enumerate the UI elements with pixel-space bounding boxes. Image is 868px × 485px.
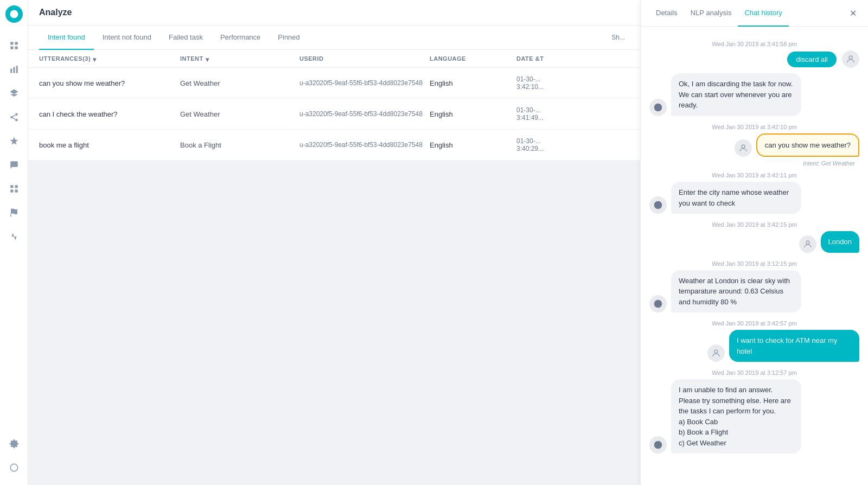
svg-rect-3 (10, 47, 13, 49)
user-avatar-3 (799, 235, 816, 253)
sidebar-item-share[interactable] (4, 107, 24, 127)
sidebar-item-star[interactable] (4, 131, 24, 151)
col-header-userid: USERID (299, 55, 430, 62)
bot-avatar-2 (649, 196, 667, 214)
svg-point-34 (714, 350, 718, 353)
show-button[interactable]: Sh... (607, 31, 629, 43)
tab-performance[interactable]: Performance (212, 25, 269, 50)
svg-point-10 (10, 116, 13, 119)
svg-point-30 (806, 241, 809, 244)
panel-tab-nlp[interactable]: NLP analysis (684, 0, 738, 27)
col-header-utterances[interactable]: UTTERANCES(3) (39, 55, 180, 62)
cell-date-2: 01-30-...3:41:49... (516, 106, 629, 122)
cell-language-2: English (430, 110, 516, 118)
cell-userid-1: u-a32020f5-9eaf-55f6-bf53-4dd8023e7548 (299, 79, 430, 87)
message-row-bot-2: Enter the city name whose weather you wa… (649, 182, 859, 214)
message-row-user-2: London (649, 231, 859, 253)
user-avatar (842, 50, 859, 68)
cell-userid-3: u-a32020f5-9eaf-55f6-bf53-4dd8023e7548 (299, 141, 430, 149)
cell-utterance-3: book me a flight (39, 141, 180, 149)
chat-timestamp-7: Wed Jan 30 2019 at 3:12:57 pm (649, 369, 859, 376)
table-row[interactable]: can I check the weather? Get Weather u-a… (28, 99, 640, 130)
utterances-sort-icon[interactable] (93, 56, 98, 61)
svg-rect-15 (10, 185, 13, 188)
table-container: UTTERANCES(3) INTENT USERID LANGUAGE DAT… (28, 50, 640, 485)
tab-pinned[interactable]: Pinned (269, 25, 308, 50)
chat-timestamp-1: Wed Jan 30 2019 at 3:41:58 pm (649, 41, 859, 47)
sidebar-item-settings[interactable] (4, 434, 24, 454)
svg-point-29 (659, 203, 660, 205)
app-logo[interactable] (5, 5, 23, 23)
right-panel: Details NLP analysis Chat history ✕ Wed … (640, 0, 868, 485)
table-row[interactable]: can you show me weather? Get Weather u-a… (28, 68, 640, 99)
svg-point-28 (656, 203, 658, 205)
svg-rect-5 (10, 69, 12, 73)
sidebar-item-circle[interactable] (4, 458, 24, 477)
svg-point-21 (10, 464, 18, 471)
tabs-bar: Intent found Intent not found Failed tas… (28, 25, 640, 50)
intent-sort-icon[interactable] (206, 56, 211, 61)
sidebar-item-analytics[interactable] (4, 227, 24, 246)
bot-bubble-2: Enter the city name whose weather you wa… (671, 182, 801, 214)
user-bubble-2: London (821, 231, 859, 253)
bot-bubble-3: Weather at London is clear sky with temp… (671, 270, 801, 313)
svg-line-13 (12, 115, 15, 117)
sidebar-item-chart[interactable] (4, 60, 24, 79)
col-header-date: DATE &T (516, 55, 629, 62)
sidebar (0, 0, 28, 485)
page-title: Analyze (39, 8, 72, 17)
panel-tab-details[interactable]: Details (649, 0, 684, 27)
table-wrapper: UTTERANCES(3) INTENT USERID LANGUAGE DAT… (28, 50, 640, 161)
sidebar-item-flag[interactable] (4, 203, 24, 222)
cell-language-1: English (430, 79, 516, 87)
col-header-intent[interactable]: INTENT (180, 55, 299, 62)
tab-failed-task[interactable]: Failed task (160, 25, 212, 50)
svg-rect-2 (15, 42, 17, 44)
svg-point-25 (659, 106, 660, 107)
cell-intent-1: Get Weather (180, 79, 299, 87)
intent-label-1: Intent: Get Weather (649, 160, 855, 167)
chat-timestamp-4: Wed Jan 30 2019 at 3:42:15 pm (649, 221, 859, 228)
page-header: Analyze (28, 0, 640, 25)
svg-point-37 (659, 443, 660, 445)
bot-bubble-1: Ok, I am discarding the task for now. We… (671, 73, 801, 116)
sidebar-item-dashboard[interactable] (4, 36, 24, 55)
svg-marker-14 (10, 137, 18, 145)
svg-rect-6 (13, 67, 15, 73)
svg-point-26 (742, 145, 745, 148)
close-icon[interactable]: ✕ (846, 7, 859, 20)
discard-all-button[interactable]: discard all (787, 52, 837, 67)
svg-point-0 (10, 10, 18, 18)
svg-marker-8 (10, 90, 18, 94)
svg-rect-1 (10, 42, 13, 44)
svg-point-36 (656, 443, 658, 445)
tab-intent-found[interactable]: Intent found (39, 25, 94, 50)
sidebar-item-layers[interactable] (4, 84, 24, 103)
sidebar-item-grid[interactable] (4, 179, 24, 199)
user-bubble-3: I want to check for ATM near my hotel (729, 330, 859, 362)
main-content: Analyze Intent found Intent not found Fa… (28, 0, 640, 485)
chat-timestamp-5: Wed Jan 30 2019 at 3:12:15 pm (649, 260, 859, 267)
message-row-user-1: can you show me weather? (649, 133, 859, 157)
col-header-language: LANGUAGE (430, 55, 516, 62)
chat-timestamp-3: Wed Jan 30 2019 at 3:42:11 pm (649, 172, 859, 178)
cell-language-3: English (430, 141, 516, 149)
panel-tabs: Details NLP analysis Chat history ✕ (641, 0, 868, 27)
user-avatar-2 (735, 139, 752, 157)
sidebar-item-chat[interactable] (4, 155, 24, 175)
message-row-user-3: I want to check for ATM near my hotel (649, 330, 859, 362)
svg-point-22 (849, 56, 852, 59)
chat-timestamp-2: Wed Jan 30 2019 at 3:42:10 pm (649, 124, 859, 130)
cell-utterance-1: can you show me weather? (39, 79, 180, 87)
svg-point-32 (656, 302, 658, 304)
svg-line-12 (12, 118, 15, 119)
message-row-bot-3: Weather at London is clear sky with temp… (649, 270, 859, 313)
bot-bubble-4: I am unable to find an answer. Please tr… (671, 379, 801, 454)
table-row[interactable]: book me a flight Book a Flight u-a32020f… (28, 130, 640, 161)
tab-intent-not-found[interactable]: Intent not found (94, 25, 160, 50)
panel-tab-chat-history[interactable]: Chat history (738, 0, 788, 27)
svg-rect-7 (16, 66, 17, 73)
svg-point-35 (654, 441, 661, 448)
svg-point-31 (654, 300, 661, 307)
svg-point-33 (659, 302, 660, 304)
